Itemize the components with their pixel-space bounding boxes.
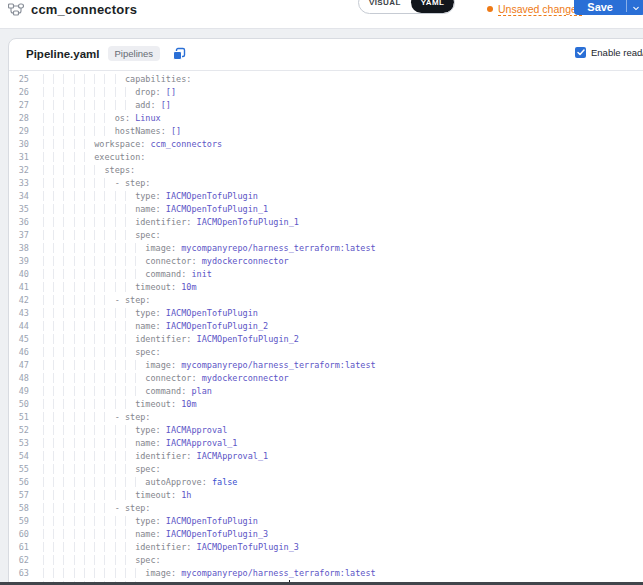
code-line[interactable]: 63 image: mycompanyrepo/harness_terrafor… [9,567,643,580]
code-line[interactable]: 46 spec: [9,346,643,359]
code-line[interactable]: 27 add: [] [9,99,643,112]
code-line[interactable]: 41 timeout: 10m [9,281,643,294]
code-line[interactable]: 34 type: IACMOpenTofuPlugin [9,190,643,203]
line-number: 53 [9,437,29,450]
code-area[interactable]: 25 capabilities:26 drop: []27 add: []28 … [9,71,643,585]
line-number: 30 [9,138,29,151]
line-number: 27 [9,99,29,112]
visual-yaml-toggle: VISUAL YAML [358,0,455,14]
code-line[interactable]: 62 spec: [9,554,643,567]
code-line[interactable]: 48 connector: mydockerconnector [9,372,643,385]
code-line[interactable]: 35 name: IACMOpenTofuPlugin_1 [9,203,643,216]
code-line[interactable]: 59 type: IACMOpenTofuPlugin [9,515,643,528]
save-button[interactable]: Save [574,0,626,15]
line-number: 51 [9,411,29,424]
line-number: 47 [9,359,29,372]
code-line[interactable]: 30 workspace: ccm_connectors [9,138,643,151]
line-number: 33 [9,177,29,190]
page-title: ccm_connectors [31,2,137,17]
pipeline-header: ccm_connectors VISUAL YAML Unsaved chang… [0,0,643,29]
line-number: 52 [9,424,29,437]
toggle-visual[interactable]: VISUAL [359,0,411,13]
yaml-editor-panel: Pipeline.yaml Pipelines Enable read/ [8,38,643,585]
code-line[interactable]: 56 autoApprove: false [9,476,643,489]
toggle-yaml[interactable]: YAML [411,0,455,13]
code-line[interactable]: 40 command: init [9,268,643,281]
line-number: 29 [9,125,29,138]
enable-edit-label: Enable read/ [591,47,643,58]
code-line[interactable]: 49 command: plan [9,385,643,398]
enable-edit-control: Enable read/ [575,47,643,58]
line-number: 57 [9,489,29,502]
line-number: 54 [9,450,29,463]
code-line[interactable]: 36 identifier: IACMOpenTofuPlugin_1 [9,216,643,229]
code-line[interactable]: 58 - step: [9,502,643,515]
unsaved-dot-icon [487,6,493,12]
code-line[interactable]: 37 spec: [9,229,643,242]
line-number: 45 [9,333,29,346]
code-line[interactable]: 42 - step: [9,294,643,307]
save-split-button: Save [574,0,643,15]
line-number: 50 [9,398,29,411]
code-line[interactable]: 54 identifier: IACMApproval_1 [9,450,643,463]
code-line[interactable]: 43 type: IACMOpenTofuPlugin [9,307,643,320]
copy-yaml-button[interactable] [172,47,186,61]
code-line[interactable]: 44 name: IACMOpenTofuPlugin_2 [9,320,643,333]
line-number: 48 [9,372,29,385]
line-number: 34 [9,190,29,203]
line-number: 55 [9,463,29,476]
line-number: 42 [9,294,29,307]
line-number: 38 [9,242,29,255]
code-line[interactable]: 45 identifier: IACMOpenTofuPlugin_2 [9,333,643,346]
line-number: 58 [9,502,29,515]
code-line[interactable]: 31 execution: [9,151,643,164]
code-line[interactable]: 50 timeout: 10m [9,398,643,411]
line-number: 26 [9,86,29,99]
code-line[interactable]: 28 os: Linux [9,112,643,125]
save-dropdown-button[interactable] [627,0,643,15]
app-window: ccm_connectors VISUAL YAML Unsaved chang… [0,0,643,585]
code-line[interactable]: 26 drop: [] [9,86,643,99]
code-line[interactable]: 25 capabilities: [9,73,643,86]
unsaved-changes-link[interactable]: Unsaved changes [487,3,582,15]
line-number: 60 [9,528,29,541]
code-line[interactable]: 57 timeout: 1h [9,489,643,502]
line-number: 25 [9,73,29,86]
code-line[interactable]: 47 image: mycompanyrepo/harness_terrafor… [9,359,643,372]
entity-badge: Pipelines [108,46,161,61]
code-line[interactable]: 51 - step: [9,411,643,424]
pipeline-icon [8,3,24,17]
line-number: 37 [9,229,29,242]
line-number: 32 [9,164,29,177]
line-number: 62 [9,554,29,567]
code-line[interactable]: 55 spec: [9,463,643,476]
line-number: 59 [9,515,29,528]
code-line[interactable]: 33 - step: [9,177,643,190]
check-icon [577,49,585,56]
line-number: 46 [9,346,29,359]
line-number: 63 [9,567,29,580]
line-number: 44 [9,320,29,333]
enable-edit-checkbox[interactable] [575,47,586,58]
line-number: 43 [9,307,29,320]
file-name: Pipeline.yaml [26,48,100,60]
line-number: 41 [9,281,29,294]
line-number: 61 [9,541,29,554]
code-line[interactable]: 29 hostNames: [] [9,125,643,138]
code-line[interactable]: 60 name: IACMOpenTofuPlugin_3 [9,528,643,541]
code-line[interactable]: 32 steps: [9,164,643,177]
line-number: 56 [9,476,29,489]
line-number: 39 [9,255,29,268]
line-number: 40 [9,268,29,281]
code-line[interactable]: 52 type: IACMApproval [9,424,643,437]
chevron-down-icon [633,6,639,11]
code-line[interactable]: 38 image: mycompanyrepo/harness_terrafor… [9,242,643,255]
line-number: 49 [9,385,29,398]
code-line[interactable]: 53 name: IACMApproval_1 [9,437,643,450]
line-number: 31 [9,151,29,164]
line-number: 36 [9,216,29,229]
line-number: 28 [9,112,29,125]
code-line[interactable]: 39 connector: mydockerconnector [9,255,643,268]
copy-icon [172,47,186,61]
code-line[interactable]: 61 identifier: IACMOpenTofuPlugin_3 [9,541,643,554]
